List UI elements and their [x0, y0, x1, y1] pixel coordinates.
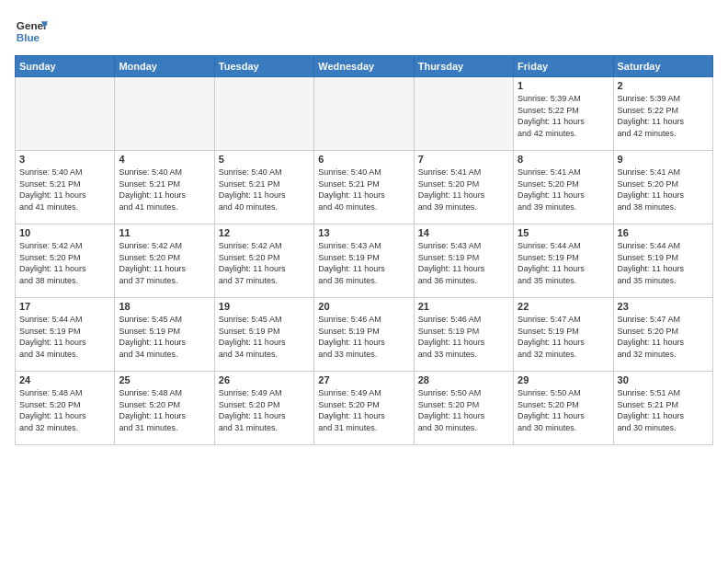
calendar-day-cell: 19Sunrise: 5:45 AM Sunset: 5:19 PM Dayli…: [214, 298, 313, 372]
calendar-day-cell: 9Sunrise: 5:41 AM Sunset: 5:20 PM Daylig…: [613, 151, 712, 224]
logo-icon: General Blue: [15, 15, 48, 48]
day-number: 6: [318, 154, 409, 165]
day-number: 3: [19, 154, 110, 165]
calendar-week-row: 17Sunrise: 5:44 AM Sunset: 5:19 PM Dayli…: [16, 298, 713, 372]
day-info: Sunrise: 5:50 AM Sunset: 5:20 PM Dayligh…: [418, 387, 509, 433]
calendar-day-cell: 11Sunrise: 5:42 AM Sunset: 5:20 PM Dayli…: [115, 224, 214, 298]
day-number: 7: [418, 154, 509, 165]
calendar-day-cell: 29Sunrise: 5:50 AM Sunset: 5:20 PM Dayli…: [514, 372, 613, 445]
day-number: 21: [418, 301, 509, 312]
calendar-day-cell: 21Sunrise: 5:46 AM Sunset: 5:19 PM Dayli…: [414, 298, 513, 372]
calendar-day-cell: [16, 77, 115, 151]
calendar-table: SundayMondayTuesdayWednesdayThursdayFrid…: [15, 55, 713, 445]
day-number: 27: [318, 374, 409, 385]
calendar-week-row: 1Sunrise: 5:39 AM Sunset: 5:22 PM Daylig…: [16, 77, 713, 151]
calendar-day-cell: 22Sunrise: 5:47 AM Sunset: 5:19 PM Dayli…: [514, 298, 613, 372]
day-info: Sunrise: 5:41 AM Sunset: 5:20 PM Dayligh…: [618, 167, 709, 213]
calendar-day-cell: 6Sunrise: 5:40 AM Sunset: 5:21 PM Daylig…: [314, 151, 414, 224]
day-number: 20: [318, 301, 409, 312]
calendar-day-cell: 26Sunrise: 5:49 AM Sunset: 5:20 PM Dayli…: [214, 372, 313, 445]
calendar-day-cell: 30Sunrise: 5:51 AM Sunset: 5:21 PM Dayli…: [613, 372, 712, 445]
day-info: Sunrise: 5:40 AM Sunset: 5:21 PM Dayligh…: [19, 167, 110, 213]
calendar-week-row: 10Sunrise: 5:42 AM Sunset: 5:20 PM Dayli…: [16, 224, 713, 298]
day-number: 29: [518, 374, 609, 385]
calendar-day-cell: 25Sunrise: 5:48 AM Sunset: 5:20 PM Dayli…: [115, 372, 214, 445]
day-info: Sunrise: 5:44 AM Sunset: 5:19 PM Dayligh…: [618, 240, 709, 286]
day-number: 19: [219, 301, 310, 312]
day-info: Sunrise: 5:44 AM Sunset: 5:19 PM Dayligh…: [19, 314, 110, 360]
day-info: Sunrise: 5:44 AM Sunset: 5:19 PM Dayligh…: [518, 240, 609, 286]
day-number: 9: [618, 154, 709, 165]
calendar-day-cell: 10Sunrise: 5:42 AM Sunset: 5:20 PM Dayli…: [16, 224, 115, 298]
day-info: Sunrise: 5:48 AM Sunset: 5:20 PM Dayligh…: [119, 387, 210, 433]
day-number: 5: [219, 154, 310, 165]
day-number: 22: [518, 301, 609, 312]
day-info: Sunrise: 5:39 AM Sunset: 5:22 PM Dayligh…: [518, 93, 609, 139]
day-info: Sunrise: 5:39 AM Sunset: 5:22 PM Dayligh…: [618, 93, 709, 139]
weekday-header-cell: Thursday: [414, 56, 513, 77]
day-number: 15: [518, 227, 609, 238]
calendar-day-cell: 28Sunrise: 5:50 AM Sunset: 5:20 PM Dayli…: [414, 372, 513, 445]
day-number: 4: [119, 154, 210, 165]
weekday-header-cell: Sunday: [16, 56, 115, 77]
day-number: 10: [19, 227, 110, 238]
day-info: Sunrise: 5:43 AM Sunset: 5:19 PM Dayligh…: [318, 240, 409, 286]
day-number: 12: [219, 227, 310, 238]
day-info: Sunrise: 5:48 AM Sunset: 5:20 PM Dayligh…: [19, 387, 110, 433]
day-number: 23: [618, 301, 709, 312]
day-info: Sunrise: 5:46 AM Sunset: 5:19 PM Dayligh…: [418, 314, 509, 360]
weekday-header-cell: Saturday: [613, 56, 712, 77]
weekday-header-cell: Friday: [514, 56, 613, 77]
day-info: Sunrise: 5:40 AM Sunset: 5:21 PM Dayligh…: [119, 167, 210, 213]
day-info: Sunrise: 5:40 AM Sunset: 5:21 PM Dayligh…: [219, 167, 310, 213]
page-header: General Blue: [15, 15, 713, 48]
day-number: 24: [19, 374, 110, 385]
day-number: 2: [618, 80, 709, 91]
day-info: Sunrise: 5:41 AM Sunset: 5:20 PM Dayligh…: [418, 167, 509, 213]
calendar-body: 1Sunrise: 5:39 AM Sunset: 5:22 PM Daylig…: [16, 77, 713, 445]
day-number: 17: [19, 301, 110, 312]
day-info: Sunrise: 5:49 AM Sunset: 5:20 PM Dayligh…: [219, 387, 310, 433]
day-info: Sunrise: 5:42 AM Sunset: 5:20 PM Dayligh…: [219, 240, 310, 286]
calendar-day-cell: 16Sunrise: 5:44 AM Sunset: 5:19 PM Dayli…: [613, 224, 712, 298]
day-info: Sunrise: 5:47 AM Sunset: 5:19 PM Dayligh…: [518, 314, 609, 360]
day-info: Sunrise: 5:51 AM Sunset: 5:21 PM Dayligh…: [618, 387, 709, 433]
day-number: 26: [219, 374, 310, 385]
svg-text:General: General: [17, 19, 48, 31]
day-number: 28: [418, 374, 509, 385]
day-number: 18: [119, 301, 210, 312]
calendar-day-cell: [314, 77, 414, 151]
calendar-week-row: 3Sunrise: 5:40 AM Sunset: 5:21 PM Daylig…: [16, 151, 713, 224]
calendar-day-cell: 3Sunrise: 5:40 AM Sunset: 5:21 PM Daylig…: [16, 151, 115, 224]
calendar-day-cell: [414, 77, 513, 151]
calendar-day-cell: 17Sunrise: 5:44 AM Sunset: 5:19 PM Dayli…: [16, 298, 115, 372]
day-number: 8: [518, 154, 609, 165]
calendar-day-cell: 12Sunrise: 5:42 AM Sunset: 5:20 PM Dayli…: [214, 224, 313, 298]
weekday-header-row: SundayMondayTuesdayWednesdayThursdayFrid…: [16, 56, 713, 77]
calendar-day-cell: 8Sunrise: 5:41 AM Sunset: 5:20 PM Daylig…: [514, 151, 613, 224]
day-info: Sunrise: 5:42 AM Sunset: 5:20 PM Dayligh…: [119, 240, 210, 286]
day-number: 13: [318, 227, 409, 238]
calendar-day-cell: 23Sunrise: 5:47 AM Sunset: 5:20 PM Dayli…: [613, 298, 712, 372]
weekday-header-cell: Tuesday: [214, 56, 313, 77]
day-info: Sunrise: 5:45 AM Sunset: 5:19 PM Dayligh…: [119, 314, 210, 360]
day-number: 11: [119, 227, 210, 238]
logo: General Blue: [15, 15, 48, 48]
calendar-day-cell: 20Sunrise: 5:46 AM Sunset: 5:19 PM Dayli…: [314, 298, 414, 372]
day-number: 1: [518, 80, 609, 91]
calendar-day-cell: 14Sunrise: 5:43 AM Sunset: 5:19 PM Dayli…: [414, 224, 513, 298]
weekday-header-cell: Wednesday: [314, 56, 414, 77]
weekday-header-cell: Monday: [115, 56, 214, 77]
calendar-day-cell: 2Sunrise: 5:39 AM Sunset: 5:22 PM Daylig…: [613, 77, 712, 151]
day-info: Sunrise: 5:47 AM Sunset: 5:20 PM Dayligh…: [618, 314, 709, 360]
calendar-day-cell: 4Sunrise: 5:40 AM Sunset: 5:21 PM Daylig…: [115, 151, 214, 224]
svg-text:Blue: Blue: [17, 31, 40, 43]
calendar-day-cell: [115, 77, 214, 151]
calendar-day-cell: 27Sunrise: 5:49 AM Sunset: 5:20 PM Dayli…: [314, 372, 414, 445]
day-info: Sunrise: 5:42 AM Sunset: 5:20 PM Dayligh…: [19, 240, 110, 286]
calendar-day-cell: 18Sunrise: 5:45 AM Sunset: 5:19 PM Dayli…: [115, 298, 214, 372]
day-info: Sunrise: 5:45 AM Sunset: 5:19 PM Dayligh…: [219, 314, 310, 360]
calendar-day-cell: 15Sunrise: 5:44 AM Sunset: 5:19 PM Dayli…: [514, 224, 613, 298]
calendar-day-cell: 13Sunrise: 5:43 AM Sunset: 5:19 PM Dayli…: [314, 224, 414, 298]
day-info: Sunrise: 5:41 AM Sunset: 5:20 PM Dayligh…: [518, 167, 609, 213]
